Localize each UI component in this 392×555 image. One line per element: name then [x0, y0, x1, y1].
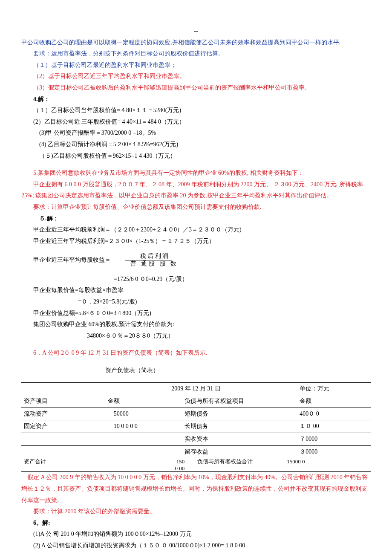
cell: 长期债务: [182, 420, 287, 433]
fraction-denominator: 普 通股 股 数: [115, 260, 182, 268]
text-line: =1725/6 0 ０0=0.29（元/股）: [21, 274, 371, 285]
text-line: （2）基于目标公司乙近三年平均盈利水平和同业市盈率。: [21, 71, 371, 82]
fraction: 税 后 利 润 普 通股 股 数: [115, 253, 182, 268]
cell: 10 0 0 0 0: [105, 420, 182, 433]
text-line: 要求：运用市盈率法，分别按下列条件对目标公司的股权价值进行估算。: [21, 48, 371, 60]
cell: 留存收益: [182, 445, 287, 458]
cell: 实收资本: [182, 433, 287, 446]
table-row: 资产项目 金额 负债与所有者权益项目 金额: [21, 395, 371, 408]
text-line: 甲公司收购乙公司的理由是可以取得一定程度的协同效应,并相信能使乙公司未来的效率和…: [21, 37, 371, 49]
text-line: (2）乙目标公司近 三年股权价值= 4 40×11＝484 0（万元）: [21, 116, 371, 128]
table-header-row: 2009 年 12 月 31 日 单位：万元: [21, 382, 371, 395]
cell: 短期债务: [182, 408, 287, 420]
text-line: 34800×６０％＝20８８0（万元）: [21, 330, 371, 342]
cell: 资产合计: [21, 458, 108, 471]
text-line: 甲企业近三年平均税后利润=２３０0×（1-25％）＝１７２５（万元）: [21, 236, 371, 247]
text-line: 甲企业价值总额=5.8×６ 0 ０0=3 4 800（万元): [21, 308, 371, 319]
table-row: 留存收益 ３0000: [21, 445, 371, 458]
cell: １０ 00: [287, 420, 371, 433]
heading: ５.解：: [21, 213, 371, 225]
text-line: (2) A 公司销售增长而增加的投资需求为（１５０ ０ 00/1000０0)×1…: [21, 540, 371, 552]
formula-line: 甲企业近三年平均每股收益＝ 税 后 利 润 普 通股 股 数: [21, 253, 371, 268]
text-line: =０．29×20=5.8(元/股): [21, 296, 371, 308]
text-line: (1)A 公 司 201 0 年增加的销售额为 100０00×12%=12000…: [21, 529, 371, 540]
cell: 400０ 0: [287, 408, 371, 420]
cell: 负债与所有者权益合计: [197, 458, 274, 471]
cell: 50000: [105, 408, 182, 420]
text-line: 要求：计算甲企业预计每股价值、企业价值总额及该集团公司预计需要支付的收购价款.: [21, 202, 371, 213]
text-line: 集团公司收购甲企业 60%的股权,预计需支付的价款为:: [21, 319, 371, 330]
cell: 固定资产: [21, 420, 105, 433]
formula-label: 甲企业近三年平均每股收益＝: [33, 257, 111, 263]
cell: ３0000: [287, 445, 371, 458]
fraction-numerator: 税 后 利 润: [125, 253, 172, 260]
cell: ７0000: [287, 433, 371, 446]
heading: 6。解:: [21, 517, 371, 529]
cell: 金额: [287, 395, 371, 408]
text-line: (3)甲 公司资产报酬率＝3700/2000 0 =18。5%: [21, 127, 371, 139]
text-line: （１）乙目标公司当年股权价值=４80×１１＝5280(万元): [21, 105, 371, 116]
text-line: （１）基于目标公司乙最近的盈利水平和同业市盈率；: [21, 60, 371, 71]
cell: 负债与所有者权益项目: [182, 395, 287, 408]
cell: 流动资产: [21, 408, 105, 420]
text-line: 甲企业拥有 6 0 0 0 万股普通股，2００７年、２ 08 年、2009 年税…: [21, 179, 371, 202]
table-footer-row: 资产合计 150 0 00 负债与所有者权益合计 15000 0: [21, 458, 371, 472]
cell: 资产项目: [21, 395, 105, 408]
text-line: 要求：计算 2010 年该公司的外部融资需要量。: [21, 506, 371, 517]
cell: 150: [176, 458, 185, 465]
cell: 金额: [105, 395, 182, 408]
text-line: 5.某集团公司意欲收购在业务及市场方面与其具有一定协同性的甲企业 60%的股权,…: [21, 168, 371, 179]
balance-sheet-table: 2009 年 12 月 31 日 单位：万元 资产项目 金额 负债与所有者权益项…: [21, 382, 371, 459]
table-row: 固定资产 10 0 0 0 0 长期债务 １０ 00: [21, 420, 371, 433]
table-unit-cell: 单位：万元: [287, 382, 371, 395]
text-line: （５)乙目标公司股权价值＝962×15=1 4 430（万元）: [21, 150, 371, 162]
cell: 15000 0: [274, 458, 371, 471]
text-line: (4) 乙目标公司预计净利润＝5２00×１8.5%=962(万元): [21, 139, 371, 150]
text-line: （3）假定目标公司乙被收购后的盈利水平能够迅速提高到甲公司当前的资产报酬率水平和…: [21, 82, 371, 94]
text-line: 甲企业每股价值=每股收益×市盈率: [21, 285, 371, 296]
table-title: 资产负债表（简表）: [21, 365, 371, 376]
text-line: 6．A 公司 2０ 0 9 年 12 月 31 日的资产负债表（简表）如下表所示…: [21, 347, 371, 359]
table-row: 流动资产 50000 短期债务 400０ 0: [21, 408, 371, 420]
table-row: 实收资本 ７0000: [21, 433, 371, 446]
heading: 4.解：: [21, 94, 371, 105]
table-date-cell: 2009 年 12 月 31 日: [105, 382, 287, 395]
cell: 0 00: [175, 465, 184, 471]
text-line: 甲企业近三年平均税前利润＝（２２00＋2300+２４０0）／3＝２３００（万元): [21, 224, 371, 236]
page-header-dash: --: [21, 26, 371, 37]
text-line: 假定 A 公司 200 9 年的销售收入为 10 0 0 0 0 万元，销售净利…: [21, 472, 371, 506]
